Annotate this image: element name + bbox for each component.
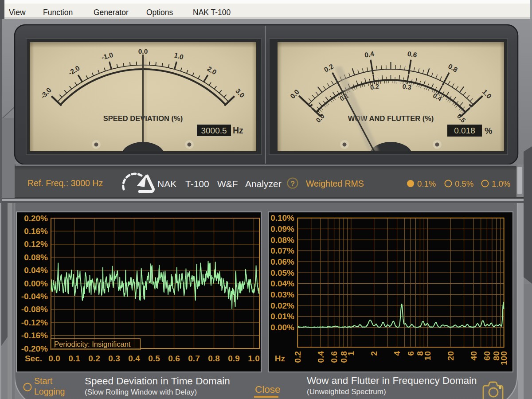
svg-text:10: 10 (423, 351, 432, 360)
svg-text:0.16%: 0.16% (24, 227, 48, 236)
svg-text:0.1: 0.1 (68, 354, 80, 363)
svg-text:0.4: 0.4 (364, 50, 375, 59)
svg-text:Periodicity: Insignificant: Periodicity: Insignificant (54, 340, 131, 348)
svg-text:0.3: 0.3 (402, 82, 412, 91)
svg-text:0.0: 0.0 (48, 354, 60, 363)
svg-text:0.2: 0.2 (370, 82, 379, 91)
svg-text:0.10%: 0.10% (270, 213, 294, 223)
svg-text:0.09%: 0.09% (270, 224, 294, 234)
svg-text:0.2: 0.2 (293, 351, 302, 363)
svg-text:W&F: W&F (217, 179, 238, 189)
svg-text:T-100: T-100 (185, 179, 209, 189)
svg-text:-0.04%: -0.04% (21, 292, 48, 301)
svg-text:0.06%: 0.06% (270, 257, 294, 266)
svg-text:Ref. Freq.: 3000 Hz: Ref. Freq.: 3000 Hz (27, 178, 103, 188)
svg-text:2: 2 (369, 351, 379, 356)
svg-text:Hz: Hz (275, 354, 285, 363)
svg-text:Options: Options (146, 8, 173, 17)
svg-text:0.018: 0.018 (454, 126, 475, 135)
svg-text:0.01%: 0.01% (270, 312, 294, 321)
svg-text:0.9: 0.9 (228, 354, 239, 363)
svg-text:20: 20 (446, 351, 455, 360)
svg-text:0.04%: 0.04% (24, 266, 48, 275)
svg-text:-0.20%: -0.20% (21, 344, 48, 353)
svg-text:Close: Close (255, 384, 281, 395)
svg-text:6: 6 (406, 351, 415, 356)
svg-text:0.02%: 0.02% (270, 301, 294, 310)
svg-text:1.0: 1.0 (248, 354, 259, 363)
svg-text:1: 1 (346, 351, 356, 356)
svg-text:0.7: 0.7 (188, 354, 200, 363)
svg-text:60: 60 (482, 351, 492, 360)
svg-text:-0.16%: -0.16% (21, 331, 48, 340)
svg-text:0.6: 0.6 (168, 354, 180, 363)
svg-text:3000.5: 3000.5 (201, 126, 227, 135)
svg-text:?: ? (290, 180, 295, 188)
svg-text:Speed Deviation in Time Domain: Speed Deviation in Time Domain (85, 376, 230, 387)
svg-text:0.08%: 0.08% (270, 235, 294, 245)
svg-text:0.08%: 0.08% (24, 253, 48, 262)
svg-text:0.1%: 0.1% (417, 179, 436, 188)
svg-text:0.20%: 0.20% (24, 214, 48, 223)
svg-text:40: 40 (469, 351, 478, 360)
svg-text:NAK: NAK (157, 179, 176, 189)
svg-text:0.00%: 0.00% (270, 323, 294, 332)
svg-text:0.5: 0.5 (148, 354, 160, 363)
svg-text:Generator: Generator (94, 8, 129, 17)
svg-text:0.03%: 0.03% (270, 290, 294, 299)
svg-text:0.04%: 0.04% (270, 279, 294, 288)
svg-text:%: % (485, 126, 492, 136)
svg-text:(Slow Rolling Window with Dela: (Slow Rolling Window with Delay) (85, 388, 197, 396)
svg-text:0.3: 0.3 (108, 354, 120, 363)
svg-text:0.6: 0.6 (407, 50, 418, 59)
svg-text:0.4: 0.4 (316, 351, 325, 363)
svg-text:Analyzer: Analyzer (245, 179, 282, 189)
svg-text:Wow and Flutter in Frequency D: Wow and Flutter in Frequency Domain (307, 375, 477, 386)
svg-text:Sec.: Sec. (25, 354, 42, 363)
svg-text:Hz: Hz (233, 125, 243, 135)
svg-text:0.05%: 0.05% (270, 268, 294, 278)
svg-text:0.5%: 0.5% (455, 179, 473, 188)
svg-text:-0.12%: -0.12% (21, 318, 48, 327)
svg-text:NAK T-100: NAK T-100 (193, 8, 231, 17)
svg-text:0.8: 0.8 (208, 354, 219, 363)
svg-text:0.6: 0.6 (329, 351, 339, 363)
svg-text:1.0%: 1.0% (492, 179, 510, 188)
svg-text:Function: Function (43, 8, 73, 17)
svg-text:0.4: 0.4 (128, 354, 140, 363)
svg-text:0.2: 0.2 (88, 354, 100, 363)
svg-text:-0.08%: -0.08% (21, 305, 48, 314)
svg-text:4: 4 (392, 351, 402, 356)
svg-text:0.07%: 0.07% (270, 246, 294, 255)
svg-text:View: View (9, 8, 26, 17)
svg-text:100: 100 (499, 351, 509, 365)
svg-text:(Unweighted Spectrum): (Unweighted Spectrum) (307, 387, 386, 396)
svg-text:0.0: 0.0 (138, 47, 148, 55)
svg-text:Weighted RMS: Weighted RMS (306, 179, 364, 188)
svg-text:0.12%: 0.12% (24, 239, 48, 249)
svg-text:Start: Start (34, 376, 53, 386)
svg-text:Logging: Logging (34, 387, 65, 396)
svg-text:0.00%: 0.00% (24, 279, 48, 288)
